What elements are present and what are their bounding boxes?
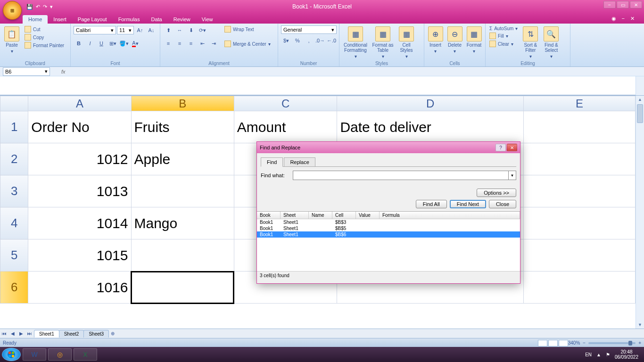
cell-A4[interactable]: 1014 xyxy=(28,207,131,239)
decrease-decimal-icon[interactable]: ←.0 xyxy=(326,36,337,45)
next-sheet-icon[interactable]: ▶ xyxy=(17,331,25,336)
cell-E4[interactable] xyxy=(524,207,636,239)
row-header-1[interactable]: 1 xyxy=(0,111,28,143)
align-bottom-icon[interactable]: ⬇ xyxy=(186,25,196,35)
format-as-table-button[interactable]: ▦Format as Table▾ xyxy=(371,25,395,61)
orientation-icon[interactable]: ⟳▾ xyxy=(197,25,207,35)
tab-formulas[interactable]: Formulas xyxy=(113,15,146,24)
office-button[interactable]: ⊞ xyxy=(3,1,22,20)
undo-icon[interactable]: ↶ xyxy=(36,4,40,10)
result-row[interactable]: Book1Sheet1 $B$5 xyxy=(257,225,520,231)
last-sheet-icon[interactable]: ⏭ xyxy=(25,331,34,336)
cell-E1[interactable] xyxy=(524,111,636,143)
cell-C1[interactable]: Amount xyxy=(234,111,337,143)
number-format-combo[interactable]: General▾ xyxy=(281,25,337,34)
help-icon[interactable]: ◉ xyxy=(611,16,616,22)
result-row[interactable]: Book1Sheet1 $B$6 xyxy=(257,231,520,238)
clear-button[interactable]: Clear▾ xyxy=(487,40,520,48)
cell-B1[interactable]: Fruits xyxy=(131,111,234,143)
paste-button[interactable]: 📋Paste▾ xyxy=(2,25,22,56)
close-button[interactable]: ✕ xyxy=(630,1,642,8)
dialog-close-button[interactable]: ✕ xyxy=(507,144,517,151)
cell-B3[interactable] xyxy=(131,175,234,207)
comma-icon[interactable]: , xyxy=(304,36,314,45)
cell-B5[interactable] xyxy=(131,239,234,272)
first-sheet-icon[interactable]: ⏮ xyxy=(0,331,8,336)
bold-button[interactable]: B xyxy=(74,39,84,48)
cell-E3[interactable] xyxy=(524,175,636,207)
find-all-button[interactable]: Find All xyxy=(416,200,447,208)
tray-up-icon[interactable]: ▲ xyxy=(596,352,601,357)
increase-decimal-icon[interactable]: .0→ xyxy=(315,36,325,45)
autosum-button[interactable]: ΣAutoSum▾ xyxy=(487,25,520,32)
column-header-C[interactable]: C xyxy=(234,96,337,111)
tab-insert[interactable]: Insert xyxy=(48,15,72,24)
select-all-corner[interactable] xyxy=(0,96,28,111)
decrease-indent-icon[interactable]: ⇤ xyxy=(197,39,207,48)
row-header-4[interactable]: 4 xyxy=(0,207,28,239)
sheet-tab-sheet1[interactable]: Sheet1 xyxy=(34,330,59,337)
grow-font-icon[interactable]: A↑ xyxy=(135,25,145,35)
vertical-scrollbar[interactable]: ▲ ▼ xyxy=(636,96,644,329)
tab-find[interactable]: Find xyxy=(261,157,283,167)
save-icon[interactable]: 💾 xyxy=(26,4,33,10)
row-header-2[interactable]: 2 xyxy=(0,143,28,175)
font-size-combo[interactable]: 11▾ xyxy=(117,26,134,34)
row-header-6[interactable]: 6 xyxy=(0,272,28,304)
copy-button[interactable]: Copy xyxy=(23,33,66,41)
font-color-icon[interactable]: A▾ xyxy=(130,39,140,48)
formula-bar-input[interactable] xyxy=(0,76,636,95)
align-middle-icon[interactable]: ↔ xyxy=(174,25,185,35)
format-cells-button[interactable]: ▦Format▾ xyxy=(465,25,483,56)
minimize-button[interactable]: − xyxy=(603,1,616,8)
page-layout-view-icon[interactable] xyxy=(548,340,558,346)
tab-page-layout[interactable]: Page Layout xyxy=(72,15,113,24)
result-row[interactable]: Book1Sheet1 $B$3 xyxy=(257,219,520,225)
cell-A3[interactable]: 1013 xyxy=(28,175,131,207)
flag-icon[interactable]: ⚑ xyxy=(606,352,610,357)
column-header-B[interactable]: B xyxy=(131,96,234,111)
align-center-icon[interactable]: ≡ xyxy=(174,39,185,48)
sheet-tab-sheet2[interactable]: Sheet2 xyxy=(59,330,84,337)
zoom-in-icon[interactable]: + xyxy=(638,340,641,346)
cell-A2[interactable]: 1012 xyxy=(28,143,131,175)
insert-cells-button[interactable]: ⊕Insert▾ xyxy=(426,25,445,56)
dialog-titlebar[interactable]: Find and Replace ? ✕ xyxy=(257,142,520,153)
align-top-icon[interactable]: ⬆ xyxy=(163,25,173,35)
cell-D1[interactable]: Date to deliver xyxy=(337,111,524,143)
tab-data[interactable]: Data xyxy=(145,15,167,24)
close-workbook-icon[interactable]: ✕ xyxy=(630,16,635,22)
borders-icon[interactable]: ⊞▾ xyxy=(107,39,118,48)
font-name-combo[interactable]: Calibri▾ xyxy=(74,26,116,34)
delete-cells-button[interactable]: ⊖Delete▾ xyxy=(446,25,464,56)
italic-button[interactable]: I xyxy=(85,39,95,48)
minimize-ribbon-icon[interactable]: − xyxy=(622,16,625,22)
find-what-dropdown-icon[interactable]: ▼ xyxy=(508,171,516,180)
column-header-A[interactable]: A xyxy=(28,96,131,111)
clock[interactable]: 20:48 06/09/2022 xyxy=(615,349,638,360)
increase-indent-icon[interactable]: ⇥ xyxy=(208,39,219,48)
sheet-tab-sheet3[interactable]: Sheet3 xyxy=(83,330,109,337)
start-button[interactable] xyxy=(2,348,21,361)
new-sheet-icon[interactable]: ⊕ xyxy=(108,331,117,336)
taskbar-excel-icon[interactable]: X xyxy=(74,348,97,361)
merge-center-button[interactable]: Merge & Center▾ xyxy=(223,40,272,48)
cell-A5[interactable]: 1015 xyxy=(28,239,131,272)
qat-dropdown-icon[interactable]: ▾ xyxy=(50,4,53,10)
language-indicator[interactable]: EN xyxy=(585,352,592,357)
dialog-close-btn[interactable]: Close xyxy=(489,200,516,208)
page-break-view-icon[interactable] xyxy=(559,340,568,346)
options-button[interactable]: Options >> xyxy=(477,189,516,197)
cell-B4[interactable]: Mango xyxy=(131,207,234,239)
results-list[interactable]: Book1Sheet1 $B$3 Book1Sheet1 $B$5 Book1S… xyxy=(257,219,520,271)
maximize-button[interactable]: ▭ xyxy=(617,1,629,8)
cell-E5[interactable] xyxy=(524,239,636,272)
cell-A1[interactable]: Order No xyxy=(28,111,131,143)
find-select-button[interactable]: 🔍Find & Select▾ xyxy=(541,25,561,61)
formula-bar-expand-icon[interactable] xyxy=(636,76,644,95)
cell-E2[interactable] xyxy=(524,143,636,175)
zoom-level[interactable]: 340% xyxy=(568,340,580,346)
column-header-D[interactable]: D xyxy=(337,96,524,111)
name-box[interactable]: B6▾ xyxy=(3,67,50,76)
row-header-5[interactable]: 5 xyxy=(0,239,28,272)
